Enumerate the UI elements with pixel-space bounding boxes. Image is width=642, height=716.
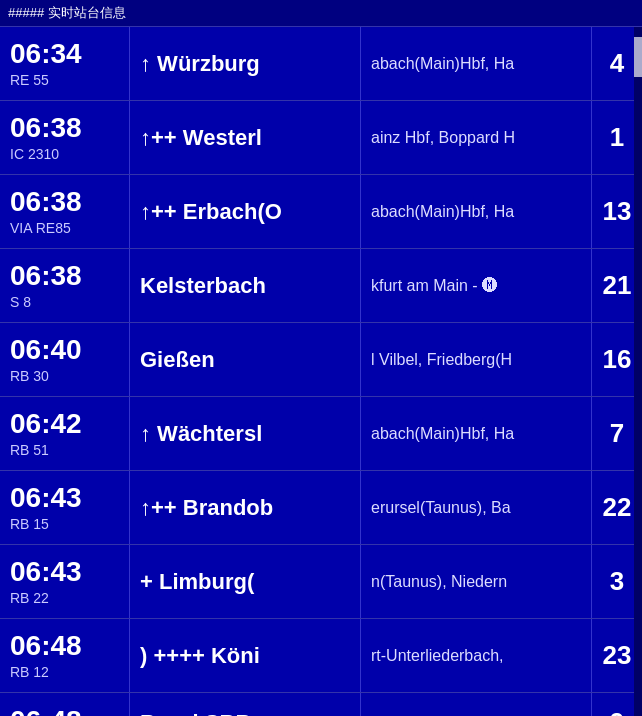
- cell-via: ainz Hbf, Boppard H: [361, 101, 592, 174]
- time-value: 06:38: [10, 261, 119, 292]
- train-id: IC 2310: [10, 146, 119, 162]
- cell-destination: ↑ Wächtersl: [130, 397, 361, 470]
- cell-time: 06:40 RB 30: [0, 323, 130, 396]
- cell-time: 06:38 VIA RE85: [0, 175, 130, 248]
- cell-destination: ) ++++ Köni: [130, 619, 361, 692]
- cell-time: 06:48 RB 12: [0, 619, 130, 692]
- scrollbar[interactable]: [634, 27, 642, 716]
- table-row: 06:42 RB 51 ↑ Wächtersl abach(Main)Hbf, …: [0, 397, 642, 471]
- cell-time: 06:42 RB 51: [0, 397, 130, 470]
- train-id: S 8: [10, 294, 119, 310]
- cell-destination: ↑++ Westerl: [130, 101, 361, 174]
- time-value: 06:43: [10, 557, 119, 588]
- time-value: 06:38: [10, 113, 119, 144]
- cell-time: 06:34 RE 55: [0, 27, 130, 100]
- cell-destination: + Limburg(: [130, 545, 361, 618]
- table-row: 06:38 VIA RE85 ↑++ Erbach(O abach(Main)H…: [0, 175, 642, 249]
- table-container: 06:34 RE 55 ↑ Würzburg abach(Main)Hbf, H…: [0, 27, 642, 716]
- table-row: 06:34 RE 55 ↑ Würzburg abach(Main)Hbf, H…: [0, 27, 642, 101]
- time-value: 06:34: [10, 39, 119, 70]
- table-row: 06:48 RB 12 ) ++++ Köni rt-Unterliederba…: [0, 619, 642, 693]
- cell-via: kfurt am Main - 🅜: [361, 249, 592, 322]
- table-row: 06:43 RB 22 + Limburg( n(Taunus), Nieder…: [0, 545, 642, 619]
- cell-via: abach(Main)Hbf, Ha: [361, 27, 592, 100]
- train-id: RB 51: [10, 442, 119, 458]
- time-value: 06:40: [10, 335, 119, 366]
- cell-via: abach(Main)Hbf, Ha: [361, 175, 592, 248]
- header-title: ##### 实时站台信息: [8, 5, 126, 20]
- train-id: RE 55: [10, 72, 119, 88]
- cell-time: 06:43 RB 15: [0, 471, 130, 544]
- cell-destination: ↑++ Erbach(O: [130, 175, 361, 248]
- time-value: 06:38: [10, 187, 119, 218]
- time-value: 06:43: [10, 483, 119, 514]
- cell-via: Hbf, Offenburg, Fr: [361, 693, 592, 716]
- cell-time: 06:48: [0, 693, 130, 716]
- time-value: 06:42: [10, 409, 119, 440]
- cell-destination: Basel SBB: [130, 693, 361, 716]
- train-id: RB 30: [10, 368, 119, 384]
- cell-via: rt-Unterliederbach,: [361, 619, 592, 692]
- train-id: VIA RE85: [10, 220, 119, 236]
- train-id: RB 12: [10, 664, 119, 680]
- train-id: RB 22: [10, 590, 119, 606]
- cell-destination: ↑++ Brandob: [130, 471, 361, 544]
- cell-destination: Gießen: [130, 323, 361, 396]
- cell-via: l Vilbel, Friedberg(H: [361, 323, 592, 396]
- time-value: 06:48: [10, 631, 119, 662]
- train-id: RB 15: [10, 516, 119, 532]
- time-value: 06:48: [10, 706, 119, 716]
- cell-destination: Kelsterbach: [130, 249, 361, 322]
- cell-via: n(Taunus), Niedern: [361, 545, 592, 618]
- table-row: 06:48 Basel SBB Hbf, Offenburg, Fr 9: [0, 693, 642, 716]
- table-row: 06:38 IC 2310 ↑++ Westerl ainz Hbf, Bopp…: [0, 101, 642, 175]
- table-row: 06:43 RB 15 ↑++ Brandob erursel(Taunus),…: [0, 471, 642, 545]
- header: ##### 实时站台信息: [0, 0, 642, 27]
- table-row: 06:38 S 8 Kelsterbach kfurt am Main - 🅜 …: [0, 249, 642, 323]
- cell-time: 06:43 RB 22: [0, 545, 130, 618]
- cell-via: abach(Main)Hbf, Ha: [361, 397, 592, 470]
- scrollbar-thumb[interactable]: [634, 37, 642, 77]
- cell-time: 06:38 IC 2310: [0, 101, 130, 174]
- cell-destination: ↑ Würzburg: [130, 27, 361, 100]
- table-row: 06:40 RB 30 Gießen l Vilbel, Friedberg(H…: [0, 323, 642, 397]
- cell-via: erursel(Taunus), Ba: [361, 471, 592, 544]
- cell-time: 06:38 S 8: [0, 249, 130, 322]
